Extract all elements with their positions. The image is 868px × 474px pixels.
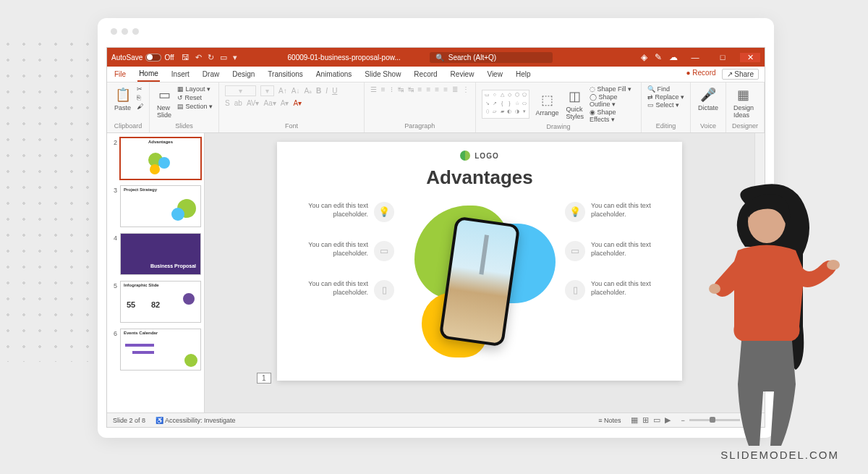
shape-effects-button[interactable]: ◉ Shape Effects ▾ [590,109,635,123]
cut-button[interactable]: ✂ [137,85,143,93]
format-painter-button[interactable]: 🖌 [137,103,143,110]
autosave-label: AutoSave [111,54,142,62]
bulb-icon: 💡 [374,202,394,222]
thumbnail-2[interactable]: 2 Advantages [110,137,201,179]
bulb-icon: 💡 [565,202,585,222]
shape-fill-button[interactable]: ◌ Shape Fill ▾ [590,85,635,93]
group-slides: ▭ New Slide ▦ Layout ▾ ↺ Reset ▤ Section… [150,82,219,132]
diamond-icon[interactable]: ◈ [641,52,647,62]
layout-button[interactable]: ▦ Layout ▾ [177,85,213,93]
workspace: 2 Advantages 3 Project Strategy [107,133,765,412]
share-button[interactable]: ↗ Share [722,69,759,80]
tab-draw[interactable]: Draw [201,67,221,81]
background-dots [0,36,94,362]
save-icon[interactable]: 🖫 [182,53,190,62]
pencil-icon[interactable]: ✎ [655,52,662,62]
shapes-gallery[interactable]: ▭○△◇⬡⬠ ↘↗{}☆⬭ ⬯▱▰◐◑▾ [482,90,529,119]
page-number: 1 [257,373,271,384]
zoom-out-icon[interactable]: − [681,417,684,424]
thumbnail-6[interactable]: 6 Events Calendar [110,329,201,371]
paragraph-tools[interactable]: ☰≡⫶↹↹ ≡≡≡≡≣⋮ [370,85,469,93]
group-paragraph: ☰≡⫶↹↹ ≡≡≡≡≣⋮ Paragraph [365,82,476,132]
paste-button[interactable]: 📋 Paste [113,85,132,113]
feature-item[interactable]: ▯ You can edit this text placeholder. [565,280,673,300]
quick-access-toolbar: 🖫 ↶ ↻ ▭ ▾ [182,53,237,62]
feature-item[interactable]: ▯ You can edit this text placeholder. [286,280,394,300]
tab-slideshow[interactable]: Slide Show [363,67,402,81]
card-icon: ▭ [565,241,585,261]
powerpoint-window: AutoSave Off 🖫 ↶ ↻ ▭ ▾ 60009-01-business… [106,47,765,428]
designer-icon: ▦ [737,87,749,103]
dropdown-icon[interactable]: ▾ [233,53,237,62]
thumbnail-3[interactable]: 3 Project Strategy [110,185,201,227]
feature-item[interactable]: 💡 You can edit this text placeholder. [565,202,673,222]
record-button[interactable]: ● Record [686,69,715,80]
dictate-button[interactable]: 🎤 Dictate [697,85,720,113]
mac-window-dots [98,18,774,39]
tab-home[interactable]: Home [137,67,160,82]
slide-indicator[interactable]: Slide 2 of 8 [113,417,145,424]
reset-button[interactable]: ↺ Reset [177,94,213,101]
accessibility-status[interactable]: ♿ Accessibility: Investigate [156,417,236,424]
font-tools[interactable]: ▾ ▾ A↑A↓Aₐ BIU SabAV▾Aa▾ A▾A▾ [225,85,341,107]
current-slide[interactable]: LOGO Advantages 💡 You can edit this text… [277,142,682,381]
tab-view[interactable]: View [485,67,504,81]
thumbnail-4[interactable]: 4 Business Proposal [110,233,201,275]
presenter-illustration [694,182,846,449]
select-button[interactable]: ▭ Select ▾ [647,101,684,109]
new-slide-icon: ▭ [158,87,171,103]
features-right: 💡 You can edit this text placeholder. ▭ … [565,202,673,361]
arrange-button[interactable]: ⬚ Arrange [534,90,560,118]
slideshow-icon[interactable]: ▭ [220,53,227,62]
quick-styles-button[interactable]: ◫ Quick Styles [564,87,585,122]
sorter-view-icon[interactable]: ⊞ [642,415,649,425]
center-illustration [407,202,552,361]
slide-logo: LOGO [286,151,673,161]
search-placeholder: Search (Alt+Q) [448,54,496,62]
redo-icon[interactable]: ↻ [208,53,214,62]
notes-button[interactable]: ≡ Notes [598,417,621,424]
tab-design[interactable]: Design [231,67,256,81]
autosave-state: Off [164,54,174,62]
phone-icon: ▯ [374,280,394,300]
mic-icon: 🎤 [700,87,716,103]
svg-point-1 [827,260,840,270]
cloud-icon[interactable]: ☁ [669,52,678,62]
design-ideas-button[interactable]: ▦ Design Ideas [732,85,755,120]
tab-insert[interactable]: Insert [170,67,191,81]
tab-file[interactable]: File [113,67,127,81]
browser-window: AutoSave Off 🖫 ↶ ↻ ▭ ▾ 60009-01-business… [98,18,774,438]
normal-view-icon[interactable]: ▦ [631,415,638,425]
copy-button[interactable]: ⎘ [137,94,143,101]
maximize-button[interactable]: □ [712,53,733,62]
search-icon: 🔍 [435,54,444,62]
close-button[interactable]: ✕ [740,53,760,62]
tab-review[interactable]: Review [449,67,476,81]
slide-title[interactable]: Advantages [286,166,673,189]
tab-record[interactable]: Record [412,67,438,81]
toggle-icon[interactable] [145,54,161,62]
document-title[interactable]: 60009-01-business-proposal-pow... [288,54,401,62]
slide-thumbnails[interactable]: 2 Advantages 3 Project Strategy [107,133,205,412]
watermark: SLIDEMODEL.COM [720,449,839,461]
feature-item[interactable]: ▭ You can edit this text placeholder. [286,241,394,261]
search-box[interactable]: 🔍 Search (Alt+Q) [430,52,553,63]
svg-point-2 [709,284,720,294]
minimize-button[interactable]: — [685,53,705,62]
section-button[interactable]: ▤ Section ▾ [177,103,213,110]
find-button[interactable]: 🔍 Find [647,85,684,93]
reading-view-icon[interactable]: ▭ [653,415,660,425]
feature-item[interactable]: 💡 You can edit this text placeholder. [286,202,394,222]
tab-help[interactable]: Help [514,67,532,81]
new-slide-button[interactable]: ▭ New Slide [156,85,173,120]
tab-animations[interactable]: Animations [315,67,353,81]
slideshow-view-icon[interactable]: ▶ [665,415,671,425]
replace-button[interactable]: ⇄ Replace ▾ [647,93,684,101]
shape-outline-button[interactable]: ◯ Shape Outline ▾ [590,93,635,108]
thumbnail-5[interactable]: 5 Infographic Slide 55 82 [110,281,201,323]
tab-transitions[interactable]: Transitions [266,67,305,81]
slide-canvas[interactable]: LOGO Advantages 💡 You can edit this text… [205,133,754,412]
autosave-toggle[interactable]: AutoSave Off [111,54,174,62]
feature-item[interactable]: ▭ You can edit this text placeholder. [565,241,673,261]
undo-icon[interactable]: ↶ [195,53,202,62]
